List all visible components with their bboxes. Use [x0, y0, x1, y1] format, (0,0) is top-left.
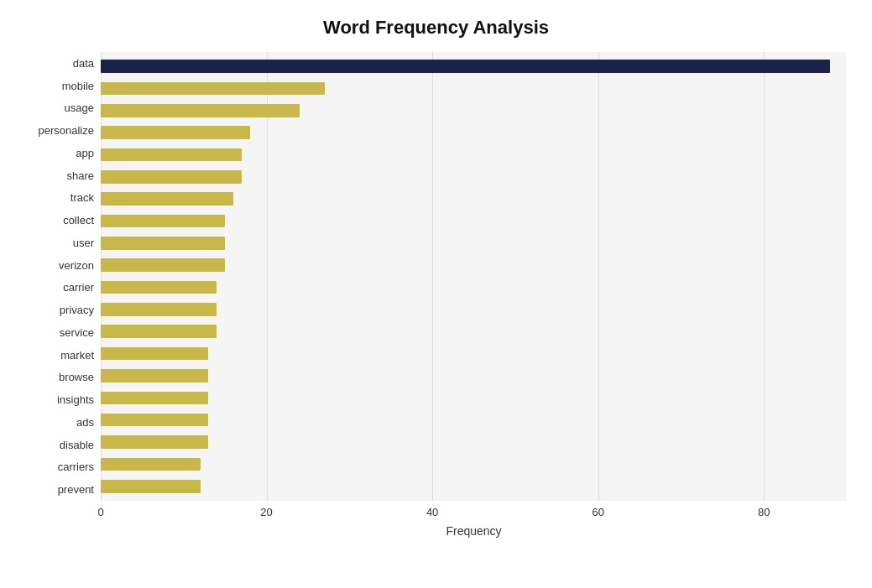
- y-axis-label: service: [25, 327, 94, 338]
- y-axis-label: carrier: [25, 282, 94, 293]
- bar-prevent: [101, 480, 201, 493]
- bar-browse: [101, 369, 208, 382]
- bar-verizon: [101, 258, 225, 272]
- bar-privacy: [101, 303, 217, 316]
- y-axis-label: browse: [25, 372, 94, 382]
- plot-area: [101, 52, 847, 501]
- bar-row: [101, 166, 847, 188]
- bar-share: [101, 170, 242, 184]
- bar-row: [101, 100, 847, 122]
- bar-mobile: [101, 82, 325, 96]
- y-axis-label: insights: [25, 394, 94, 405]
- y-axis-label: privacy: [25, 304, 94, 315]
- bar-row: [101, 409, 847, 431]
- bar-row: [101, 143, 847, 165]
- bar-row: [101, 232, 847, 254]
- bar-market: [101, 347, 208, 361]
- bar-row: [101, 210, 847, 232]
- bar-row: [101, 387, 847, 408]
- bar-row: [101, 276, 847, 298]
- x-tick: 20: [260, 506, 272, 518]
- y-axis-labels: datamobileusagepersonalizeappsharetrackc…: [25, 52, 101, 501]
- y-axis-label: user: [25, 237, 94, 248]
- bar-disable: [101, 435, 208, 449]
- chart-area: datamobileusagepersonalizeappsharetrackc…: [25, 52, 847, 501]
- bar-row: [101, 122, 847, 143]
- y-axis-label: ads: [25, 417, 94, 428]
- chart-container: Word Frequency Analysis datamobileusagep…: [0, 0, 872, 588]
- bar-row: [101, 476, 847, 497]
- bar-row: [101, 431, 847, 453]
- bar-row: [101, 342, 847, 364]
- bar-collect: [101, 215, 225, 228]
- bar-row: [101, 320, 847, 342]
- bars-container: [101, 52, 847, 501]
- y-axis-label: market: [25, 350, 94, 361]
- bar-app: [101, 148, 242, 162]
- y-axis-label: carriers: [25, 461, 94, 472]
- y-axis-label: share: [25, 170, 94, 181]
- x-tick: 40: [426, 506, 438, 518]
- x-tick: 80: [758, 506, 770, 518]
- bar-service: [101, 325, 217, 338]
- bar-row: [101, 77, 847, 99]
- bar-personalize: [101, 126, 250, 139]
- bar-data: [101, 60, 830, 73]
- bar-row: [101, 55, 847, 77]
- y-axis-label: app: [25, 148, 94, 159]
- bar-row: [101, 299, 847, 320]
- x-tick: 0: [97, 506, 103, 518]
- bar-row: [101, 254, 847, 276]
- bar-row: [101, 365, 847, 387]
- bar-carrier: [101, 281, 217, 294]
- bar-ads: [101, 414, 208, 427]
- bar-user: [101, 237, 225, 250]
- y-axis-label: prevent: [25, 484, 94, 495]
- bar-row: [101, 453, 847, 475]
- bar-carriers: [101, 458, 201, 471]
- bar-row: [101, 188, 847, 210]
- x-axis-label: Frequency: [25, 524, 847, 538]
- y-axis-label: collect: [25, 215, 94, 226]
- y-axis-label: data: [25, 58, 94, 69]
- y-axis-label: verizon: [25, 260, 94, 271]
- bar-insights: [101, 392, 208, 405]
- y-axis-label: personalize: [25, 125, 94, 136]
- x-tick: 60: [592, 506, 603, 518]
- y-axis-label: usage: [25, 102, 94, 113]
- bar-usage: [101, 104, 300, 117]
- chart-title: Word Frequency Analysis: [25, 17, 847, 39]
- bar-track: [101, 192, 233, 206]
- y-axis-label: mobile: [25, 81, 94, 91]
- y-axis-label: disable: [25, 440, 94, 450]
- y-axis-label: track: [25, 192, 94, 203]
